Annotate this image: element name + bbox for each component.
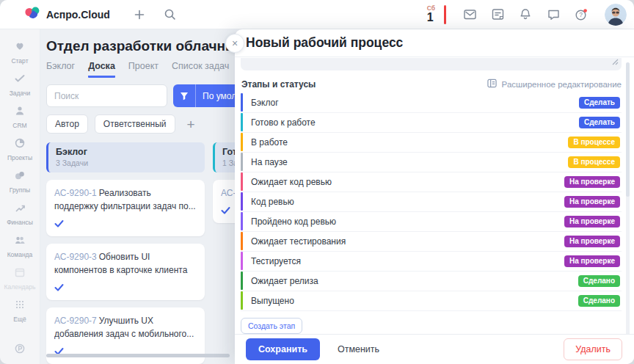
tab-board[interactable]: Доска (88, 61, 115, 78)
layout-list-icon (487, 79, 497, 90)
stage-status-badge[interactable]: Сделано (578, 295, 620, 307)
grid-dots-icon (14, 299, 26, 313)
board-horizontal-scrollbar[interactable] (46, 354, 230, 357)
app-window: Аспро.Cloud Сб 1 (0, 0, 634, 364)
help-icon[interactable]: ? (572, 6, 590, 23)
sidebar-label: Проекты (7, 154, 32, 161)
sidebar-item-projects[interactable]: Проекты (0, 134, 40, 166)
board-search-input[interactable] (46, 84, 167, 107)
stage-status-badge[interactable]: На проверке (564, 236, 620, 247)
search-icon[interactable] (161, 6, 179, 23)
column-header[interactable]: Бэклог 3 Задачи (46, 142, 205, 172)
check-icon (54, 281, 197, 294)
stage-color-bar (241, 291, 243, 310)
notes-icon[interactable] (489, 6, 506, 23)
stage-row[interactable]: Ожидает код ревьюНа проверке (241, 172, 622, 192)
workflow-modal: × Новый рабочий процесс Этапы и статусы … (235, 29, 634, 364)
sidebar-label: Группы (10, 186, 30, 194)
stage-name: Готово к работе (251, 117, 579, 128)
tab-project[interactable]: Проект (128, 61, 158, 78)
stage-name: Ожидает релиза (251, 276, 578, 286)
brand-logo-icon (24, 5, 40, 24)
bell-icon[interactable] (517, 6, 534, 23)
column-count: 3 Задачи (56, 159, 197, 167)
description-textarea[interactable] (241, 58, 622, 70)
check-icon (54, 217, 197, 230)
stage-name: Ожидает тестирования (251, 236, 564, 247)
scrollbar-thumb[interactable] (626, 62, 630, 197)
user-avatar[interactable] (605, 4, 627, 26)
stage-name: Пройдено код ревью (251, 216, 564, 227)
stage-color-bar (241, 212, 243, 230)
modal-vertical-scrollbar[interactable] (626, 62, 630, 354)
stage-row[interactable]: БэклогСделать (241, 93, 622, 113)
brand[interactable]: Аспро.Cloud (24, 5, 110, 24)
stage-status-badge[interactable]: В процессе (568, 156, 620, 168)
sidebar-item-calendar[interactable]: Календарь (0, 263, 40, 295)
stage-row[interactable]: Код ревьюНа проверке (241, 192, 622, 212)
stage-status-badge[interactable]: На проверке (564, 255, 620, 267)
stage-color-bar (241, 232, 243, 250)
task-card[interactable]: АС-9290-3Обновить UI компонентов в карто… (46, 244, 205, 300)
stage-row[interactable]: ВыпущеноСделано (241, 291, 622, 311)
stage-name: На паузе (251, 157, 568, 167)
close-icon[interactable]: × (225, 34, 244, 53)
sidebar-item-finance[interactable]: Финансы (0, 198, 40, 230)
people-icon (14, 234, 26, 249)
sidebar-label: Ещё (13, 316, 26, 323)
tab-backlog[interactable]: Бэклог (46, 61, 75, 78)
sidebar-item-tasks[interactable]: Задачи (0, 69, 40, 101)
task-card[interactable]: АС-9290-1Реализовать поддержку фильтраци… (46, 180, 205, 236)
stage-status-badge[interactable]: На проверке (564, 196, 620, 208)
cancel-button[interactable]: Отменить (338, 344, 379, 354)
stage-status-badge[interactable]: На проверке (564, 216, 620, 228)
stages-section-label: Этапы и статусы (241, 79, 316, 90)
stage-status-badge[interactable]: На проверке (564, 176, 620, 188)
stage-color-bar (241, 272, 243, 290)
chip-author[interactable]: Автор (46, 114, 88, 134)
stage-row[interactable]: ТестируетсяНа проверке (241, 252, 622, 272)
sidebar-item-groups[interactable]: Группы (0, 166, 40, 198)
resize-handle-icon[interactable] (612, 57, 619, 68)
save-button[interactable]: Сохранить (246, 338, 320, 360)
sidebar-item-crm[interactable]: CRM (0, 101, 40, 134)
topbar-right: Сб 1 ? (427, 4, 627, 26)
advanced-edit-link[interactable]: Расширенное редактирование (487, 79, 622, 90)
delete-button[interactable]: Удалить (564, 338, 622, 360)
create-stage-button[interactable]: Создать этап (241, 318, 302, 334)
stage-row[interactable]: Ожидает релизаСделано (241, 272, 622, 291)
calendar-date[interactable]: Сб 1 (427, 5, 435, 24)
stage-name: Тестируется (251, 256, 564, 266)
stage-status-badge[interactable]: Сделано (578, 275, 620, 287)
tab-task-list[interactable]: Список задач (172, 61, 229, 78)
stage-color-bar (241, 192, 243, 211)
stage-status-badge[interactable]: Сделать (579, 117, 620, 128)
sidebar-item-team[interactable]: Команда (0, 230, 40, 263)
stage-status-badge[interactable]: В процессе (568, 136, 620, 148)
stage-list: БэклогСделать Готово к работеСделать В р… (241, 93, 622, 311)
sidebar-item-more[interactable]: Ещё (0, 295, 40, 327)
sidebar-label: CRM (12, 122, 26, 129)
stage-row[interactable]: На паузеВ процессе (241, 153, 622, 172)
sidebar-label: Финансы (7, 219, 33, 226)
chip-assignee[interactable]: Ответственный (95, 114, 175, 134)
stage-status-badge[interactable]: Сделать (579, 97, 620, 109)
add-filter-plus-icon[interactable]: + (187, 117, 195, 131)
stage-row[interactable]: В работеВ процессе (241, 133, 622, 153)
mail-icon[interactable] (461, 6, 478, 23)
sidebar-item-start[interactable]: Старт (0, 37, 40, 69)
stage-name: Выпущено (251, 296, 578, 306)
sidebar-app-logo[interactable] (0, 338, 40, 363)
heart-icon (14, 40, 26, 55)
sidebar-label: Календарь (4, 283, 36, 291)
trend-up-icon (14, 202, 26, 216)
calendar-icon (14, 266, 26, 281)
stage-row[interactable]: Готово к работеСделать (241, 113, 622, 133)
kanban-column-backlog: Бэклог 3 Задачи АС-9290-1Реализовать под… (46, 142, 205, 364)
stage-row[interactable]: Ожидает тестированияНа проверке (241, 232, 622, 252)
create-plus-icon[interactable] (131, 6, 148, 23)
chat-icon[interactable] (544, 6, 562, 23)
person-icon (14, 105, 26, 120)
pie-icon (14, 137, 26, 152)
stage-row[interactable]: Пройдено код ревьюНа проверке (241, 212, 622, 232)
